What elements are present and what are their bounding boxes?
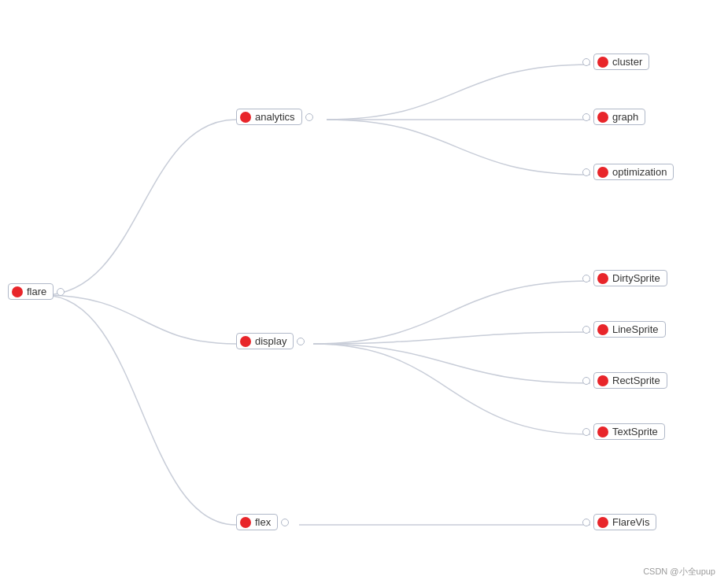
node-box-linesprite: LineSprite <box>593 321 666 338</box>
node-box-flex: flex <box>236 514 278 530</box>
node-box-display: display <box>236 333 294 349</box>
connector-textsprite <box>582 428 590 436</box>
node-box-rectsprite: RectSprite <box>593 372 667 389</box>
dot-dirtysprite <box>597 273 608 284</box>
watermark: CSDN @小全upup <box>643 566 715 578</box>
node-box-flare: flare <box>8 283 54 300</box>
node-textsprite[interactable]: TextSprite <box>582 423 665 440</box>
dot-flare <box>12 286 23 297</box>
node-analytics[interactable]: analytics <box>236 109 313 125</box>
label-rectsprite: RectSprite <box>612 375 660 386</box>
dot-cluster <box>597 57 608 68</box>
label-textsprite: TextSprite <box>612 426 658 437</box>
connector-graph <box>582 113 590 121</box>
node-box-cluster: cluster <box>593 54 649 70</box>
label-display: display <box>255 335 286 347</box>
node-optimization[interactable]: optimization <box>582 164 674 180</box>
label-linesprite: LineSprite <box>612 323 659 335</box>
node-cluster[interactable]: cluster <box>582 54 649 70</box>
node-box-flarevis: FlareVis <box>593 514 656 530</box>
connector-display <box>297 338 305 345</box>
connector-flare <box>57 288 65 296</box>
node-rectsprite[interactable]: RectSprite <box>582 372 667 389</box>
label-flex: flex <box>255 516 271 528</box>
label-optimization: optimization <box>612 166 667 178</box>
node-graph[interactable]: graph <box>582 109 645 125</box>
label-analytics: analytics <box>255 111 295 123</box>
label-flarevis: FlareVis <box>612 516 649 528</box>
node-flarevis[interactable]: FlareVis <box>582 514 656 530</box>
connector-optimization <box>582 168 590 176</box>
node-linesprite[interactable]: LineSprite <box>582 321 666 338</box>
node-box-textsprite: TextSprite <box>593 423 665 440</box>
dot-flarevis <box>597 517 608 528</box>
dot-linesprite <box>597 324 608 335</box>
connector-analytics <box>305 113 313 121</box>
dot-graph <box>597 112 608 123</box>
node-dirtysprite[interactable]: DirtySprite <box>582 270 667 286</box>
node-flare[interactable]: flare <box>8 283 65 300</box>
dot-display <box>240 336 251 347</box>
dot-analytics <box>240 112 251 123</box>
node-box-optimization: optimization <box>593 164 674 180</box>
connector-flex <box>281 519 289 526</box>
connector-dirtysprite <box>582 275 590 282</box>
connector-flarevis <box>582 519 590 526</box>
node-box-analytics: analytics <box>236 109 302 125</box>
dot-flex <box>240 517 251 528</box>
dot-rectsprite <box>597 375 608 386</box>
dot-textsprite <box>597 426 608 437</box>
label-flare: flare <box>27 286 46 297</box>
connector-linesprite <box>582 326 590 334</box>
label-cluster: cluster <box>612 56 642 68</box>
node-display[interactable]: display <box>236 333 305 349</box>
node-box-dirtysprite: DirtySprite <box>593 270 667 286</box>
node-box-graph: graph <box>593 109 645 125</box>
connector-cluster <box>582 58 590 66</box>
dot-optimization <box>597 167 608 178</box>
label-graph: graph <box>612 111 638 123</box>
label-dirtysprite: DirtySprite <box>612 272 660 284</box>
connector-rectsprite <box>582 377 590 385</box>
node-flex[interactable]: flex <box>236 514 289 530</box>
